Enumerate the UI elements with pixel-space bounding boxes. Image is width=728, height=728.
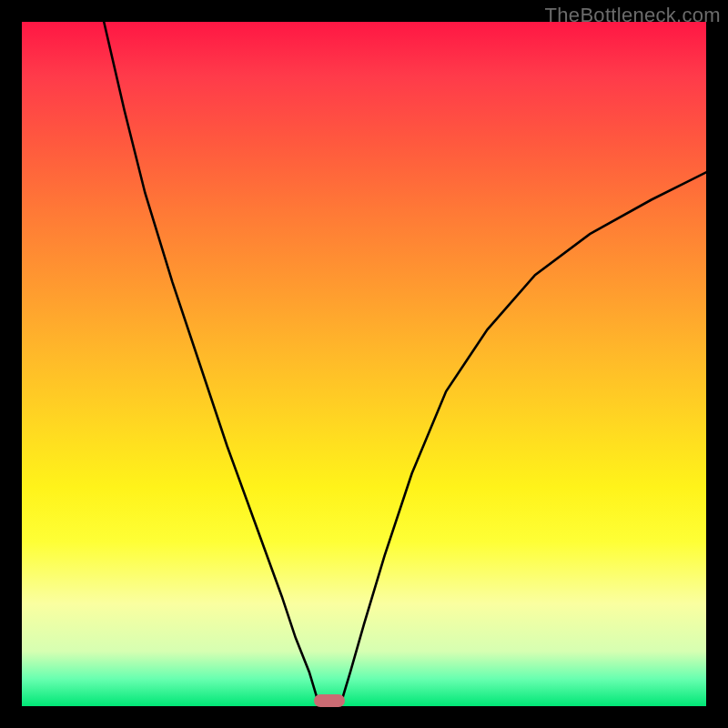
left-curve: [104, 22, 319, 706]
curve-layer: [22, 22, 706, 706]
right-curve: [340, 172, 706, 706]
bottleneck-marker: [314, 694, 345, 707]
watermark-text: TheBottleneck.com: [545, 4, 721, 27]
plot-area: [22, 22, 706, 706]
chart-frame: [22, 22, 706, 706]
